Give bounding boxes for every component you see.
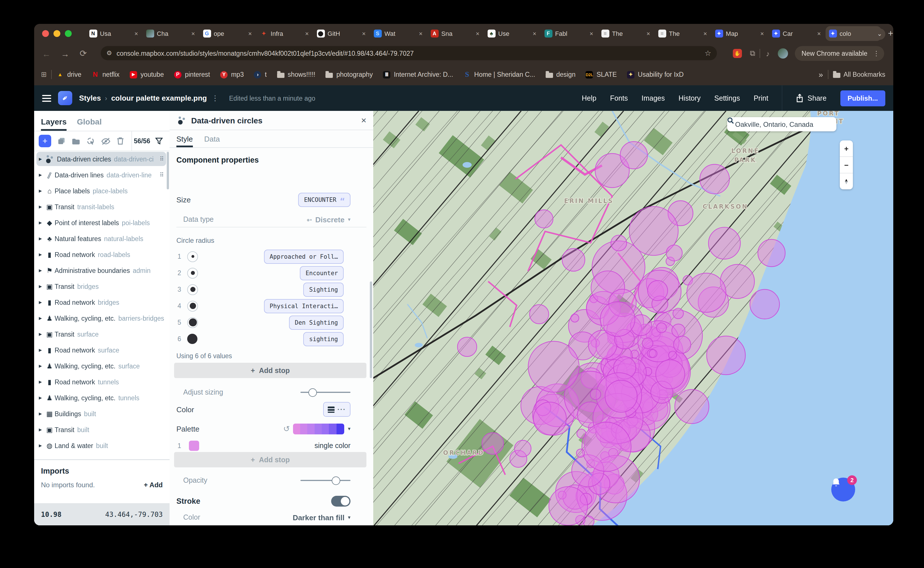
- menu-fonts[interactable]: Fonts: [610, 94, 628, 102]
- menu-print[interactable]: Print: [754, 94, 768, 102]
- address-bar[interactable]: ⚙ console.mapbox.com/studio/styles/monat…: [101, 46, 717, 60]
- bookmark-sheridan[interactable]: SHome | Sheridan C...: [464, 71, 535, 78]
- bookmark-netflix[interactable]: Nnetflix: [92, 71, 120, 78]
- bookmark-pinterest[interactable]: Ppinterest: [174, 71, 210, 78]
- bookmark-folder-photography[interactable]: photography: [326, 71, 373, 78]
- drag-handle-icon[interactable]: ⠿: [160, 172, 164, 178]
- circle-size-icon[interactable]: [187, 267, 198, 278]
- close-tab-icon[interactable]: ×: [817, 30, 821, 37]
- layer-row-data-driven-circles[interactable]: ▶ Data-driven circles data-driven-ci ⠿: [36, 152, 166, 166]
- expand-caret-icon[interactable]: ▶: [36, 379, 44, 384]
- profile-avatar[interactable]: [778, 48, 788, 59]
- layer-row-natural-labels[interactable]: ▶♣Natural featuresnatural-labels: [36, 231, 166, 246]
- layer-row-land-water-built[interactable]: ▶◍Land & waterbuilt: [36, 438, 166, 453]
- add-layer-button[interactable]: +: [39, 135, 51, 147]
- close-tab-icon[interactable]: ×: [760, 30, 764, 37]
- close-tab-icon[interactable]: ×: [703, 30, 707, 37]
- color-mode-button[interactable]: ···: [323, 402, 350, 417]
- color-swatch[interactable]: [189, 441, 199, 451]
- bookmark-mp3[interactable]: Ymp3: [220, 71, 244, 78]
- stop-value-badge[interactable]: Encounter: [300, 266, 344, 280]
- properties-scrollbar[interactable]: [370, 281, 372, 378]
- style-name[interactable]: colour palette example.png: [111, 94, 207, 102]
- layer-row-partial[interactable]: ▶: [36, 454, 166, 459]
- tab-style[interactable]: Style: [176, 135, 193, 147]
- stroke-toggle[interactable]: [331, 495, 350, 506]
- menu-history[interactable]: History: [679, 94, 701, 102]
- close-tab-icon[interactable]: ×: [476, 30, 479, 37]
- bookmark-slate[interactable]: D2LSLATE: [586, 71, 617, 78]
- expand-caret-icon[interactable]: ▶: [36, 364, 44, 368]
- layer-list-scrollbar[interactable]: [167, 152, 169, 189]
- tab-wat[interactable]: SWat×: [370, 26, 426, 41]
- duplicate-layer-icon[interactable]: [58, 137, 65, 145]
- expand-caret-icon[interactable]: ▶: [36, 172, 44, 177]
- layer-row-buildings-built[interactable]: ▶▦Buildingsbuilt: [36, 406, 166, 421]
- close-window-button[interactable]: [42, 30, 49, 37]
- tab-infra[interactable]: ✦Infra×: [256, 26, 312, 41]
- close-tab-icon[interactable]: ×: [191, 30, 195, 37]
- expand-caret-icon[interactable]: ▶: [36, 189, 44, 193]
- add-stop-button[interactable]: +Add stop: [174, 363, 367, 378]
- tab-colo-active[interactable]: ✦colo×: [825, 26, 881, 41]
- expand-caret-icon[interactable]: ▶: [36, 427, 44, 432]
- bookmark-star-icon[interactable]: ☆: [705, 49, 711, 57]
- tab-car[interactable]: ✦Car×: [768, 26, 824, 41]
- delete-layer-icon[interactable]: [117, 137, 124, 145]
- expand-caret-icon[interactable]: ▶: [36, 268, 44, 273]
- layer-row-data-driven-lines[interactable]: ▶ ∥ Data-driven lines data-driven-line ⠿: [36, 168, 166, 182]
- bookmark-t[interactable]: ›t: [254, 71, 267, 78]
- map-canvas[interactable]: ERIN MILLSLORNEPARKCLARKSONPORTCREDITORC…: [373, 111, 893, 525]
- share-button[interactable]: Share: [796, 94, 827, 102]
- bookmark-folder-design[interactable]: design: [545, 71, 576, 78]
- adjust-sizing-slider[interactable]: [300, 392, 350, 393]
- tab-cha[interactable]: Cha×: [142, 26, 198, 41]
- expand-caret-icon[interactable]: ▶: [36, 204, 44, 209]
- menu-images[interactable]: Images: [642, 94, 665, 102]
- layer-row-transit-surface[interactable]: ▶▣Transitsurface: [36, 327, 166, 341]
- circle-size-icon[interactable]: [187, 251, 198, 262]
- layer-row-walking-barriers-bridges[interactable]: ▶♟Walking, cycling, etc.barriers-bridges: [36, 311, 166, 325]
- adblock-icon[interactable]: ✋: [733, 49, 742, 58]
- bookmark-youtube[interactable]: ▶youtube: [130, 71, 164, 78]
- layer-row-road-tunnels[interactable]: ▶▮Road networktunnels: [36, 375, 166, 389]
- back-icon[interactable]: ←: [42, 48, 51, 58]
- filter-layers-icon[interactable]: [155, 137, 163, 144]
- palette-gradient-swatch[interactable]: [293, 423, 344, 434]
- bookmark-archive[interactable]: ⅢInternet Archive: D...: [383, 71, 453, 78]
- expand-caret-icon[interactable]: ▶: [36, 252, 44, 257]
- close-tab-icon[interactable]: ×: [305, 30, 309, 37]
- stop-value-badge[interactable]: Approached or Foll…: [264, 249, 344, 264]
- stop-value-badge[interactable]: Physical Interacti…: [264, 299, 344, 313]
- apps-grid-icon[interactable]: ⊞: [41, 71, 47, 79]
- maximize-window-button[interactable]: [65, 30, 72, 37]
- extensions-icon[interactable]: ⧉: [750, 49, 755, 58]
- tab-global[interactable]: Global: [77, 117, 101, 131]
- tab-data[interactable]: Data: [204, 135, 220, 147]
- expand-caret-icon[interactable]: ▶: [36, 396, 44, 400]
- close-tab-icon[interactable]: ×: [646, 30, 650, 37]
- layer-row-road-surface[interactable]: ▶▮Road networksurface: [36, 343, 166, 357]
- expand-caret-icon[interactable]: ▶: [36, 348, 44, 352]
- publish-button[interactable]: Publish...: [840, 90, 885, 106]
- close-tab-icon[interactable]: ×: [589, 30, 593, 37]
- mapbox-studio-icon[interactable]: ✒: [58, 91, 72, 105]
- tab-usa[interactable]: NUsa×: [86, 26, 141, 41]
- tab-search-chevron[interactable]: ⌄: [874, 29, 885, 40]
- circle-size-icon[interactable]: [187, 301, 198, 311]
- layer-row-road-bridges[interactable]: ▶▮Road networkbridges: [36, 295, 166, 309]
- tab-ope[interactable]: Gope×: [199, 26, 255, 41]
- expand-caret-icon[interactable]: ▶: [36, 316, 44, 320]
- all-bookmarks[interactable]: All Bookmarks: [833, 71, 885, 78]
- layer-row-road-labels[interactable]: ▶▮Road networkroad-labels: [36, 247, 166, 261]
- close-panel-icon[interactable]: ×: [361, 115, 367, 125]
- menu-help[interactable]: Help: [582, 94, 596, 102]
- notifications-button[interactable]: 2: [831, 477, 855, 502]
- select-layer-icon[interactable]: [86, 137, 95, 145]
- tab-github[interactable]: GitH×: [313, 26, 369, 41]
- tab-the-2[interactable]: ≡The×: [654, 26, 710, 41]
- menu-hamburger-icon[interactable]: [42, 93, 51, 103]
- new-tab-button[interactable]: +: [888, 29, 893, 39]
- chip-menu-icon[interactable]: ⋮: [873, 50, 880, 57]
- tab-map[interactable]: ✦Map×: [712, 26, 767, 41]
